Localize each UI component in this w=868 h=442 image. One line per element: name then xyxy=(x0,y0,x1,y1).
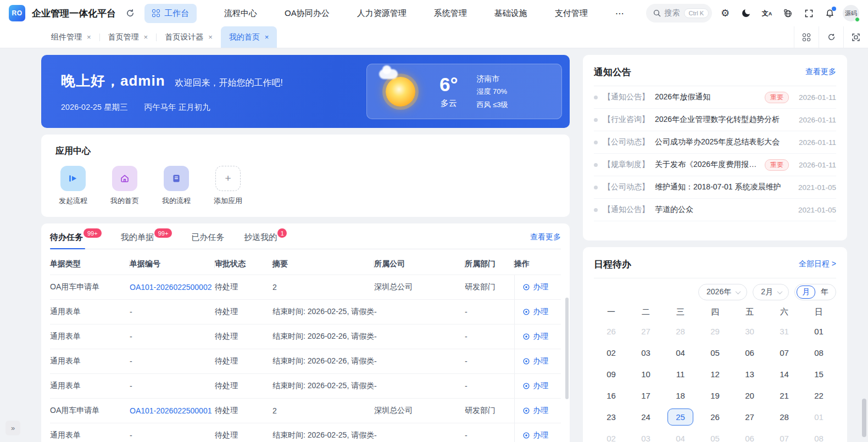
calendar-day[interactable]: 20 xyxy=(732,385,767,406)
app-my-homepage[interactable]: 我的首页 xyxy=(107,166,142,206)
calendar-day-selected[interactable]: 25 xyxy=(663,406,698,428)
tabbar-fullscreen-icon[interactable] xyxy=(843,26,868,48)
notice-item[interactable]: 【行业咨询】 2026年企业管理数字化转型趋势分析 2026-01-11 xyxy=(594,109,836,131)
app-add-application[interactable]: + 添加应用 xyxy=(210,166,246,206)
calendar-day[interactable]: 22 xyxy=(802,385,836,406)
notice-item[interactable]: 【通知公告】 芋道的公众 2021-01-05 xyxy=(594,199,836,221)
dark-mode-moon-icon[interactable] xyxy=(738,5,754,21)
calendar-day[interactable]: 04 xyxy=(663,428,698,442)
calendar-day[interactable]: 06 xyxy=(732,342,767,363)
task-tab-my-docs[interactable]: 我的单据99+ xyxy=(121,232,172,243)
nav-item-hr[interactable]: 人力资源管理 xyxy=(357,8,407,19)
calendar-day[interactable]: 05 xyxy=(698,342,732,363)
calendar-day[interactable]: 08 xyxy=(802,428,836,442)
calendar-day[interactable]: 29 xyxy=(698,321,732,342)
action-handle-link[interactable]: 办理 xyxy=(514,324,561,349)
nav-item-process-center[interactable]: 流程中心 xyxy=(224,8,257,19)
tab-close-icon[interactable]: × xyxy=(265,33,269,41)
action-handle-link[interactable]: 办理 xyxy=(514,300,561,324)
schedule-view-all-link[interactable]: 全部日程 > xyxy=(799,259,836,269)
calendar-day[interactable]: 23 xyxy=(594,406,628,428)
nav-item-payment[interactable]: 支付管理 xyxy=(555,8,588,19)
calendar-day[interactable]: 06 xyxy=(732,428,767,442)
calendar-day[interactable]: 02 xyxy=(594,342,628,363)
tab-homepage-designer[interactable]: 首页设计器 × xyxy=(157,26,221,48)
calendar-day[interactable]: 03 xyxy=(628,428,663,442)
calendar-day[interactable]: 27 xyxy=(732,406,767,428)
tabbar-refresh-icon[interactable] xyxy=(819,26,843,48)
notice-item[interactable]: 【公司动态】 公司成功举办2025年度总结表彰大会 2026-01-11 xyxy=(594,131,836,154)
calendar-day[interactable]: 05 xyxy=(698,428,732,442)
calendar-day[interactable]: 04 xyxy=(663,342,698,363)
fullscreen-icon[interactable] xyxy=(801,5,816,21)
app-my-process[interactable]: 我的流程 xyxy=(159,166,194,206)
calendar-day[interactable]: 07 xyxy=(767,342,802,363)
calendar-day[interactable]: 10 xyxy=(628,363,663,385)
tab-close-icon[interactable]: × xyxy=(144,33,148,41)
calendar-day[interactable]: 14 xyxy=(767,363,802,385)
tab-my-homepage[interactable]: 我的首页 × xyxy=(221,26,277,48)
calendar-day[interactable]: 11 xyxy=(663,363,698,385)
mode-year-button[interactable]: 年 xyxy=(815,286,834,298)
task-tab-todo[interactable]: 待办任务99+ xyxy=(50,232,101,243)
action-handle-link[interactable]: 办理 xyxy=(514,399,561,423)
notice-item[interactable]: 【通知公告】 2026年放假通知 重要 2026-01-11 xyxy=(594,86,836,109)
notice-item[interactable]: 【公司动态】 维护通知：2018-07-01 系统凌晨维护 2021-01-05 xyxy=(594,176,836,199)
calendar-day[interactable]: 12 xyxy=(698,363,732,385)
calendar-day[interactable]: 24 xyxy=(628,406,663,428)
nav-item-oa-office[interactable]: OA协同办公 xyxy=(285,8,330,19)
calendar-day[interactable]: 02 xyxy=(594,428,628,442)
timezone-globe-icon[interactable] xyxy=(780,5,795,21)
calendar-day[interactable]: 03 xyxy=(628,342,663,363)
mode-month-button[interactable]: 月 xyxy=(797,286,815,299)
sidebar-expand-button[interactable]: » xyxy=(5,421,20,435)
language-translate-icon[interactable]: 文A xyxy=(759,5,775,21)
calendar-day[interactable]: 21 xyxy=(767,385,802,406)
tab-close-icon[interactable]: × xyxy=(87,33,91,41)
year-select[interactable]: 2026年 xyxy=(698,284,747,300)
calendar-day[interactable]: 27 xyxy=(628,321,663,342)
tasks-view-more-link[interactable]: 查看更多 xyxy=(530,232,561,242)
tab-homepage-management[interactable]: 首页管理 × xyxy=(100,26,157,48)
calendar-day[interactable]: 28 xyxy=(767,406,802,428)
tabbar-grid-icon[interactable] xyxy=(794,26,819,48)
notices-view-more-link[interactable]: 查看更多 xyxy=(805,67,836,77)
table-scrollbar[interactable] xyxy=(565,298,569,399)
calendar-day[interactable]: 01 xyxy=(802,321,836,342)
app-start-process[interactable]: 发起流程 xyxy=(55,166,91,206)
calendar-day[interactable]: 07 xyxy=(767,428,802,442)
page-scrollbar[interactable] xyxy=(862,399,866,437)
doc-no-link[interactable]: OA101-2026022500001 xyxy=(130,406,215,415)
notice-item[interactable]: 【规章制度】 关于发布《2026年度费用报销管... 重要 2026-01-11 xyxy=(594,154,836,176)
calendar-day[interactable]: 31 xyxy=(767,321,802,342)
nav-item-workbench[interactable]: 工作台 xyxy=(144,4,197,23)
calendar-day[interactable]: 15 xyxy=(802,363,836,385)
month-select[interactable]: 2月 xyxy=(753,284,789,300)
calendar-day[interactable]: 19 xyxy=(698,385,732,406)
doc-no-link[interactable]: OA101-2026022500002 xyxy=(130,283,215,292)
calendar-day[interactable]: 26 xyxy=(698,406,732,428)
action-handle-link[interactable]: 办理 xyxy=(514,349,561,373)
calendar-day[interactable]: 28 xyxy=(663,321,698,342)
settings-gear-icon[interactable]: ⚙ xyxy=(717,5,733,21)
nav-item-system-mgmt[interactable]: 系统管理 xyxy=(434,8,467,19)
nav-item-infrastructure[interactable]: 基础设施 xyxy=(494,8,527,19)
calendar-day[interactable]: 01 xyxy=(802,406,836,428)
calendar-day[interactable]: 13 xyxy=(732,363,767,385)
tab-close-icon[interactable]: × xyxy=(208,33,213,41)
calendar-day[interactable]: 30 xyxy=(732,321,767,342)
calendar-day[interactable]: 17 xyxy=(628,385,663,406)
notification-bell-icon[interactable] xyxy=(822,5,837,21)
tab-component-management[interactable]: 组件管理 × xyxy=(43,26,99,48)
user-avatar[interactable]: 源码 xyxy=(843,5,859,21)
action-handle-link[interactable]: 办理 xyxy=(514,374,561,398)
task-tab-cc-me[interactable]: 抄送我的1 xyxy=(244,232,286,243)
search-input[interactable]: 搜索 Ctrl K xyxy=(646,4,713,23)
calendar-day[interactable]: 18 xyxy=(663,385,698,406)
refresh-icon[interactable] xyxy=(123,5,138,21)
calendar-day[interactable]: 26 xyxy=(594,321,628,342)
action-handle-link[interactable]: 办理 xyxy=(514,275,561,299)
calendar-day[interactable]: 16 xyxy=(594,385,628,406)
task-tab-done[interactable]: 已办任务 xyxy=(191,232,224,243)
action-handle-link[interactable]: 办理 xyxy=(514,423,561,442)
